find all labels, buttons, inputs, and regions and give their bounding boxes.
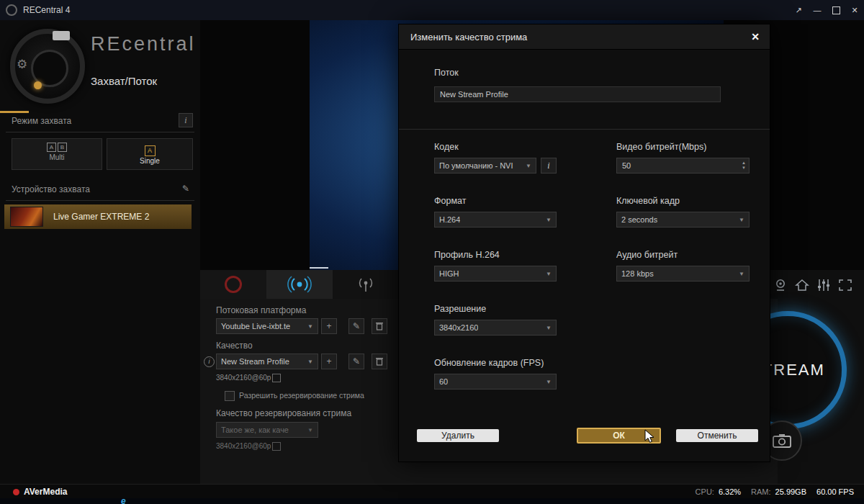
- ram-value: 25.99GB: [775, 487, 806, 496]
- dialog-title: Изменить качество стрима: [410, 32, 527, 42]
- platform-dropdown[interactable]: Youtube Live-ixbt.te ▼: [216, 318, 318, 334]
- backup-checkbox[interactable]: [225, 391, 235, 401]
- backup-quality-label: Качество резервирования стрима: [216, 408, 351, 418]
- cpu-value: 6.32%: [719, 487, 741, 496]
- dial-gold-dot: [34, 81, 42, 89]
- capture-device-label: Устройство захвата: [12, 184, 90, 194]
- single-mode-button[interactable]: A Single: [107, 138, 193, 170]
- dialog-close-icon[interactable]: ✕: [751, 31, 760, 42]
- platform-delete-button[interactable]: [372, 318, 387, 334]
- mixer-icon[interactable]: [816, 279, 831, 292]
- single-mode-icon: A: [107, 143, 192, 156]
- profile-dropdown[interactable]: HIGH ▼: [434, 266, 557, 282]
- backup-quality-dropdown[interactable]: Такое же, как каче ▼: [216, 422, 318, 438]
- camera-icon: [773, 433, 791, 448]
- quality-delete-button[interactable]: [372, 354, 387, 369]
- detail-icon: [272, 442, 281, 451]
- multi-mode-button[interactable]: A B Multi: [12, 138, 102, 170]
- pencil-icon: ✎: [182, 184, 189, 194]
- capture-mode-info-button[interactable]: i: [179, 113, 193, 127]
- plus-icon: +: [326, 356, 331, 366]
- keyframe-dropdown[interactable]: 2 seconds ▼: [616, 212, 750, 228]
- minimize-button[interactable]: —: [808, 0, 827, 20]
- detail-icon: [272, 374, 281, 382]
- tab-stream[interactable]: [266, 270, 333, 299]
- codec-info-button[interactable]: i: [541, 158, 557, 174]
- stream-name-input[interactable]: New Stream Profile: [434, 86, 721, 102]
- capture-mode-label: Режим захвата: [12, 116, 71, 126]
- chevron-down-icon: ▼: [546, 379, 552, 385]
- spinner-down-icon[interactable]: ▼: [742, 166, 746, 171]
- platform-add-button[interactable]: +: [321, 318, 337, 334]
- quality-info-icon[interactable]: i: [204, 356, 215, 367]
- pencil-icon: ✎: [353, 321, 360, 331]
- codec-label: Кодек: [434, 142, 459, 152]
- audio-bitrate-label: Аудио битрейт: [616, 250, 678, 260]
- home-icon[interactable]: [795, 279, 809, 292]
- format-dropdown[interactable]: H.264 ▼: [434, 212, 557, 228]
- chevron-down-icon: ▼: [307, 427, 313, 433]
- cancel-button[interactable]: Отменить: [676, 429, 758, 442]
- quality-detail: 3840x2160@60p: [216, 374, 271, 382]
- resolution-dropdown[interactable]: 3840x2160 ▼: [434, 320, 557, 336]
- chevron-down-icon: ▼: [546, 217, 552, 223]
- ram-label: RAM:: [751, 487, 771, 496]
- video-bitrate-label: Видео битрейт(Mbps): [616, 142, 706, 152]
- chevron-down-icon: ▼: [739, 271, 744, 277]
- quality-edit-button[interactable]: ✎: [348, 354, 364, 369]
- audio-bitrate-dropdown[interactable]: 128 kbps ▼: [616, 266, 750, 282]
- tab-capture[interactable]: [333, 270, 399, 299]
- close-button[interactable]: ✕: [845, 0, 864, 20]
- fullscreen-icon[interactable]: [838, 279, 852, 292]
- quality-add-button[interactable]: +: [321, 354, 337, 369]
- gear-icon[interactable]: ⚙: [17, 57, 27, 72]
- info-icon: i: [547, 161, 549, 171]
- device-thumbnail: [10, 207, 43, 227]
- format-label: Формат: [434, 196, 466, 206]
- quality-label: Качество: [216, 341, 253, 351]
- fps-dropdown[interactable]: 60 ▼: [434, 374, 557, 390]
- dialog-header: Изменить качество стрима ✕: [399, 24, 770, 50]
- video-bitrate-spinner[interactable]: 50 ▲ ▼: [616, 158, 750, 174]
- maximize-icon: [832, 6, 840, 14]
- statusbar: AVerMedia CPU: 6.32% RAM: 25.99GB 60.00 …: [0, 484, 864, 499]
- broadcast-icon: [286, 276, 313, 293]
- preview-progress: [310, 267, 328, 269]
- multi-mode-icon: A B: [47, 143, 67, 152]
- fps-label: Обновление кадров (FPS): [434, 358, 544, 368]
- tab-record[interactable]: [200, 270, 266, 299]
- active-tab-indicator: [0, 111, 29, 113]
- popout-icon[interactable]: ↗: [789, 0, 808, 20]
- chevron-down-icon: ▼: [307, 323, 313, 330]
- backup-detail: 3840x2160@60p: [216, 442, 271, 450]
- delete-button[interactable]: Удалить: [417, 429, 499, 442]
- quality-dropdown[interactable]: New Stream Profile ▼: [216, 354, 318, 369]
- device-name: Live Gamer EXTREME 2: [53, 212, 149, 222]
- device-edit-button[interactable]: ✎: [179, 181, 193, 196]
- single-mode-label: Single: [107, 157, 192, 165]
- sidebar: ⚙ REcentral Захват/Поток Режим захвата i…: [0, 20, 201, 484]
- webcam-icon[interactable]: [773, 279, 788, 292]
- profile-label: Профиль H.264: [434, 250, 500, 260]
- trash-icon: [376, 322, 383, 330]
- spinner-up-icon[interactable]: ▲: [742, 161, 746, 166]
- avermedia-logo: AVerMedia: [24, 487, 67, 497]
- codec-dropdown[interactable]: По умолчанию - NVI ▼: [434, 158, 536, 174]
- camera-icon: [53, 31, 70, 40]
- plus-icon: +: [326, 321, 331, 331]
- fps-value: 60.00 FPS: [816, 487, 854, 496]
- platform-label: Потоковая платформа: [216, 305, 306, 315]
- record-icon: [225, 276, 242, 293]
- keyframe-label: Ключевой кадр: [616, 196, 680, 206]
- app-window: { "icons": { "caret": "▼", "up": "▲", "d…: [0, 0, 864, 504]
- cpu-label: CPU:: [696, 487, 714, 496]
- brand-wordmark: REcentral: [91, 33, 196, 55]
- pencil-icon: ✎: [353, 356, 360, 366]
- chevron-down-icon: ▼: [526, 163, 531, 169]
- edge-icon[interactable]: e: [121, 496, 126, 504]
- trash-icon: [376, 357, 383, 366]
- recentral-dial-logo[interactable]: ⚙: [10, 29, 85, 104]
- platform-edit-button[interactable]: ✎: [348, 318, 364, 334]
- device-list-item[interactable]: Live Gamer EXTREME 2: [4, 204, 192, 229]
- maximize-button[interactable]: [827, 0, 845, 20]
